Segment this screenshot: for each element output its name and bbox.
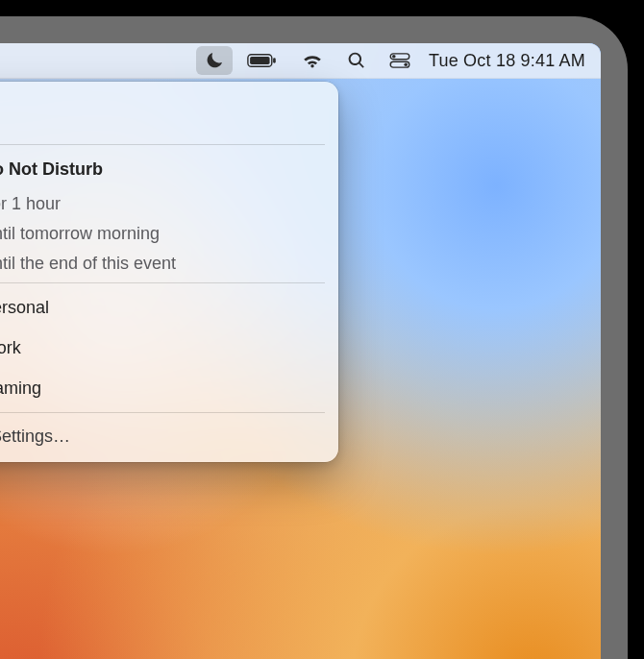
- battery-icon: [247, 53, 278, 68]
- focus-dropdown-panel: Focus On Do Not Disturb For 1 hour Until…: [0, 82, 338, 462]
- control-center-menu-item[interactable]: [381, 46, 419, 75]
- separator: [0, 144, 325, 145]
- panel-header: Focus On: [0, 91, 338, 140]
- screen: Tue Oct 18 9:41 AM Focus On Do Not Distu…: [0, 43, 601, 659]
- focus-mode-dnd[interactable]: Do Not Disturb: [0, 149, 333, 189]
- wifi-menu-item[interactable]: [292, 46, 333, 75]
- svg-point-6: [404, 62, 408, 66]
- focus-mode-label: Work: [0, 338, 21, 358]
- focus-mode-label: Personal: [0, 298, 49, 318]
- wifi-icon: [301, 52, 324, 69]
- focus-mode-label: Gaming: [0, 378, 41, 399]
- focus-settings-link[interactable]: Focus Settings…: [0, 417, 333, 456]
- panel-status: On: [0, 115, 321, 133]
- svg-rect-1: [250, 57, 269, 64]
- focus-mode-personal[interactable]: Personal: [0, 287, 333, 328]
- svg-point-4: [392, 55, 396, 59]
- menu-bar: Tue Oct 18 9:41 AM: [0, 43, 601, 79]
- device-frame: Tue Oct 18 9:41 AM Focus On Do Not Distu…: [0, 0, 644, 659]
- spotlight-menu-item[interactable]: [338, 46, 375, 75]
- dnd-option-tomorrow[interactable]: Until tomorrow morning: [0, 219, 333, 249]
- focus-menu-button[interactable]: [196, 46, 233, 75]
- focus-mode-work[interactable]: Work: [0, 328, 333, 368]
- menu-bar-clock[interactable]: Tue Oct 18 9:41 AM: [425, 46, 591, 75]
- focus-mode-label: Do Not Disturb: [0, 159, 103, 180]
- dnd-option-event-end[interactable]: Until the end of this event: [0, 249, 333, 279]
- battery-menu-item[interactable]: [238, 46, 286, 75]
- dnd-option-1hour[interactable]: For 1 hour: [0, 189, 333, 219]
- svg-rect-2: [273, 58, 276, 62]
- separator: [0, 282, 325, 283]
- moon-icon: [205, 51, 224, 70]
- control-center-icon: [389, 53, 410, 68]
- panel-title: Focus: [0, 95, 321, 116]
- focus-mode-gaming[interactable]: Gaming: [0, 368, 333, 408]
- separator: [0, 412, 325, 413]
- search-icon: [347, 51, 366, 70]
